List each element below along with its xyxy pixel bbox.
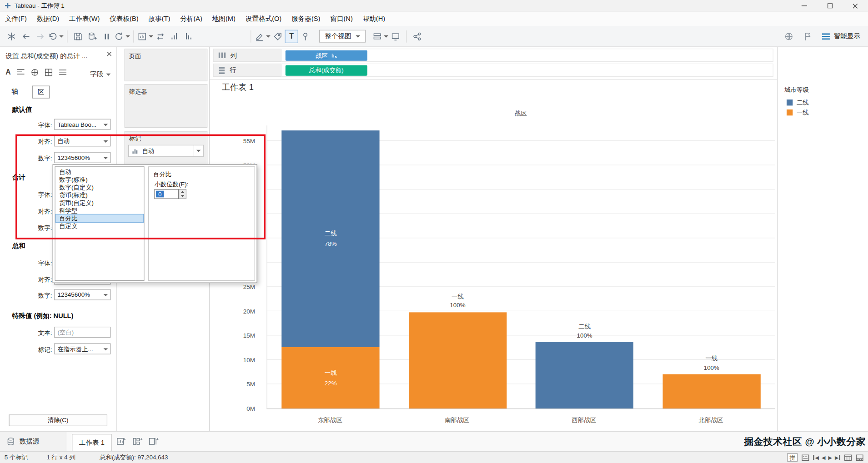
mark-type-dropdown[interactable]: 自动 (128, 145, 203, 157)
close-button[interactable] (843, 0, 868, 12)
menu-worksheet[interactable]: 工作表(W) (64, 12, 105, 26)
spin-up-button[interactable] (179, 189, 186, 194)
special-marker-select[interactable]: 在指示器上... (54, 344, 110, 354)
number-format-icon[interactable] (31, 68, 39, 76)
new-story-tab-button[interactable] (148, 436, 159, 447)
rows-shelf-body[interactable]: 总和(成交额) (281, 64, 773, 77)
new-dashboard-tab-button[interactable] (132, 436, 143, 447)
row-pill[interactable]: 总和(成交额) (286, 65, 367, 76)
menu-help[interactable]: 帮助(H) (358, 12, 390, 26)
menu-file[interactable]: 文件(F) (0, 12, 32, 26)
format-option[interactable]: 货币(标准) (56, 191, 143, 199)
data-source-tab[interactable]: 数据源 (0, 432, 66, 451)
show-sheet-tabs-button[interactable] (856, 454, 863, 461)
bar-label-above: 二线100% (536, 322, 633, 340)
share-button[interactable] (410, 29, 425, 44)
menu-server[interactable]: 服务器(S) (286, 12, 325, 26)
menu-map[interactable]: 地图(M) (207, 12, 241, 26)
refresh-button[interactable] (114, 29, 130, 44)
legend-item[interactable]: 二线 (787, 99, 809, 107)
show-me-button[interactable]: 智能显示 (822, 31, 860, 41)
flag-icon[interactable] (803, 31, 813, 41)
default-align-select[interactable]: 自动 (54, 135, 110, 146)
tableau-public-icon[interactable] (784, 31, 794, 41)
filters-shelf[interactable]: 筛选器 (125, 84, 207, 128)
lines-format-icon[interactable] (59, 69, 67, 75)
forward-button[interactable] (33, 29, 48, 44)
grand-number-select[interactable]: 12345600% (54, 289, 110, 300)
presentation-mode-button[interactable] (388, 29, 403, 44)
fields-dropdown[interactable]: 字段 (90, 70, 110, 79)
new-data-source-button[interactable] (85, 29, 100, 44)
pause-updates-button[interactable] (100, 29, 114, 44)
legend-swatch (787, 110, 793, 115)
pages-shelf[interactable]: 页面 (125, 49, 207, 81)
legend-panel: 城市等级 二线 一线 (777, 47, 868, 431)
y-tick-label: 25M (232, 284, 255, 291)
save-button[interactable] (71, 29, 85, 44)
nav-prev-button[interactable]: ◀ (822, 455, 825, 460)
nav-first-button[interactable]: ◀ (813, 455, 819, 460)
new-worksheet-tab-button[interactable] (116, 436, 126, 447)
column-pill[interactable]: 战区 (286, 50, 367, 61)
maximize-button[interactable] (817, 0, 843, 12)
new-worksheet-button[interactable] (137, 29, 153, 44)
rows-cols-count: 1 行 x 4 列 (46, 453, 75, 462)
show-mark-labels-button[interactable]: T (285, 30, 298, 43)
format-option[interactable]: 货币(自定义) (56, 199, 143, 207)
sort-ascending-button[interactable] (168, 29, 182, 44)
format-option-selected[interactable]: 百分比 (56, 214, 143, 222)
font-format-icon[interactable]: A (5, 68, 10, 76)
minimize-button[interactable] (792, 0, 817, 12)
format-option[interactable]: 自定义 (56, 222, 143, 230)
menu-data[interactable]: 数据(D) (32, 12, 64, 26)
bar-segment[interactable] (409, 312, 507, 408)
menu-window[interactable]: 窗口(N) (325, 12, 357, 26)
tableau-logo-button[interactable] (5, 29, 19, 44)
bar-segment[interactable] (282, 347, 380, 408)
nav-next-button[interactable]: ▶ (828, 455, 832, 460)
decimal-places-input[interactable]: 0 (154, 189, 179, 199)
fit-view-dropdown[interactable]: 整个视图 (319, 30, 366, 43)
x-axis-labels: 东部战区南部战区西部战区北部战区 (266, 416, 775, 425)
bar-segment[interactable] (662, 374, 760, 408)
format-option[interactable]: 数字(标准) (56, 176, 143, 184)
ime-badge[interactable]: 拼 (788, 453, 798, 462)
menu-dashboard[interactable]: 仪表板(B) (105, 12, 143, 26)
sort-descending-button[interactable] (182, 29, 196, 44)
bar-segment[interactable] (282, 130, 380, 347)
format-option[interactable]: 自动 (56, 168, 143, 176)
tab-pane[interactable]: 区 (32, 86, 50, 99)
tab-axis[interactable]: 轴 (7, 86, 23, 99)
sheet-tab-active[interactable]: 工作表 1 (72, 434, 112, 452)
legend-item[interactable]: 一线 (787, 108, 809, 116)
default-font-select[interactable]: Tableau Boo... (54, 119, 110, 130)
revert-button[interactable] (48, 29, 64, 44)
format-pane-close-button[interactable] (107, 51, 112, 56)
ime-toolbar-icon[interactable] (802, 454, 809, 461)
highlight-button[interactable] (255, 29, 271, 44)
format-option[interactable]: 科学型 (56, 207, 143, 214)
alignment-format-icon[interactable] (17, 69, 25, 76)
plot-area[interactable]: 一线22%二线78%一线100%二线100%一线100% (266, 125, 775, 409)
clear-button[interactable]: 清除(C) (9, 414, 107, 426)
nav-last-button[interactable]: ▶ (835, 455, 840, 460)
special-text-input[interactable]: (空白) (54, 327, 110, 338)
swap-axes-button[interactable] (153, 29, 168, 44)
fix-axes-button[interactable] (298, 29, 313, 44)
borders-format-icon[interactable] (45, 68, 53, 76)
default-number-select[interactable]: 12345600% (54, 152, 110, 163)
show-filmstrip-button[interactable] (844, 454, 852, 461)
format-option[interactable]: 数字(自定义) (56, 184, 143, 191)
menu-story[interactable]: 故事(T) (143, 12, 175, 26)
menu-analysis[interactable]: 分析(A) (175, 12, 207, 26)
format-annotation-button[interactable] (271, 29, 285, 44)
columns-shelf-body[interactable]: 战区 (281, 49, 773, 62)
default-number-row: 数字: 12345600% (0, 152, 117, 163)
default-font-value: Tableau Boo... (58, 121, 97, 128)
show-hide-cards-button[interactable] (372, 29, 388, 44)
bar-segment[interactable] (536, 343, 633, 409)
spin-down-button[interactable] (179, 194, 186, 199)
menu-format[interactable]: 设置格式(O) (241, 12, 286, 26)
back-button[interactable] (19, 29, 33, 44)
